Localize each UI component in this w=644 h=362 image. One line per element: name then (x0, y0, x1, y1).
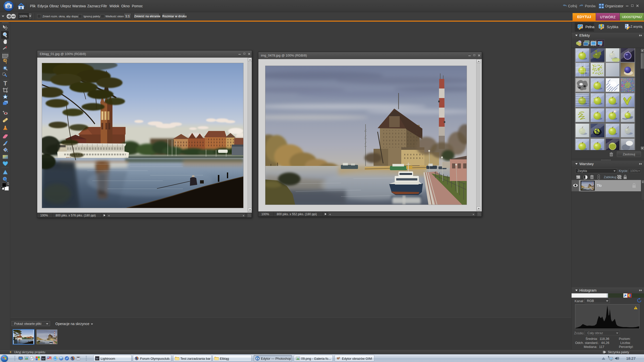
svg-text:fx: fx (600, 43, 602, 46)
svg-text:3: 3 (626, 27, 627, 28)
